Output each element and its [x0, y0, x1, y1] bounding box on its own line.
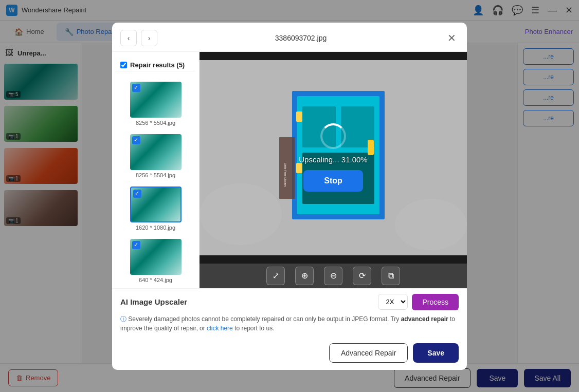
rotate-button[interactable]: ⟳: [353, 267, 371, 285]
item-checkbox-4[interactable]: ✓: [132, 241, 140, 249]
zoom-out-button[interactable]: ⊖: [324, 267, 342, 285]
info-icon: ⓘ: [120, 315, 126, 323]
upscaling-overlay: Upscaling... 31.00% Stop: [200, 52, 467, 264]
ai-label: AI Image Upscaler: [120, 297, 187, 306]
stop-button[interactable]: Stop: [303, 170, 363, 192]
repair-results-header: Repair results (5): [116, 57, 195, 71]
list-item[interactable]: ✓ 640 * 424.jpg: [116, 239, 195, 283]
list-item[interactable]: ✓ 1620 * 1080.jpg: [116, 186, 195, 231]
zoom-in-icon: ⊕: [301, 271, 308, 281]
advanced-repair-button[interactable]: Advanced Repair: [329, 343, 408, 363]
rotate-icon: ⟳: [359, 271, 366, 281]
modal-preview: Little Free Library Upscaling... 31.00% …: [200, 52, 467, 288]
item-checkbox-2[interactable]: ✓: [132, 136, 140, 144]
info-row: ⓘ Severely damaged photos cannot be comp…: [120, 314, 459, 333]
modal-dialog: ‹ › 3386093702.jpg ✕ Repair results (5): [112, 23, 467, 370]
repair-results-label: Repair results (5): [130, 61, 185, 69]
zoom-out-icon: ⊖: [330, 271, 337, 281]
info-link[interactable]: click here: [207, 325, 233, 332]
modal-overlay: ‹ › 3386093702.jpg ✕ Repair results (5): [0, 0, 579, 392]
item-size-1: 8256 * 5504.jpg: [136, 120, 175, 126]
item-size-4: 640 * 424.jpg: [139, 277, 172, 283]
item-checkbox-1[interactable]: ✓: [132, 84, 140, 92]
modal-body: Repair results (5) ✓ 8256 * 5504.jpg: [112, 52, 467, 288]
info-text: Severely damaged photos cannot be comple…: [128, 315, 401, 323]
modal-nav: ‹ ›: [120, 30, 157, 46]
scale-select[interactable]: 2X 4X: [378, 294, 408, 310]
upscaling-text: Upscaling... 31.00%: [299, 155, 367, 164]
preview-toolbar: ⤢ ⊕ ⊖ ⟳ ⧉: [200, 264, 467, 288]
modal-close-button[interactable]: ✕: [444, 31, 459, 45]
loading-spinner: [320, 123, 346, 149]
expand-icon: ⤢: [273, 271, 279, 281]
modal-footer: AI Image Upscaler 2X 4X Process ⓘ Severe…: [112, 288, 467, 338]
modal-filename: 3386093702.jpg: [275, 34, 327, 42]
modal-bottom-buttons: Advanced Repair Save: [112, 338, 467, 370]
repair-results-list: Repair results (5) ✓ 8256 * 5504.jpg: [112, 52, 200, 288]
zoom-in-button[interactable]: ⊕: [295, 267, 314, 285]
item-checkbox-3[interactable]: ✓: [133, 190, 141, 198]
select-all-checkbox[interactable]: [120, 62, 127, 68]
modal-next-button[interactable]: ›: [141, 30, 157, 46]
upscaler-controls: 2X 4X Process: [378, 294, 459, 310]
modal-header: ‹ › 3386093702.jpg ✕: [112, 23, 467, 52]
process-button[interactable]: Process: [412, 294, 459, 310]
item-size-2: 8256 * 5504.jpg: [136, 172, 175, 178]
ai-upscaler-row: AI Image Upscaler 2X 4X Process: [120, 294, 459, 310]
copy-icon: ⧉: [388, 271, 394, 281]
list-item[interactable]: ✓ 8256 * 5504.jpg: [116, 82, 195, 126]
copy-button[interactable]: ⧉: [382, 267, 400, 285]
item-size-3: 1620 * 1080.jpg: [136, 225, 175, 231]
modal-prev-button[interactable]: ‹: [120, 30, 137, 46]
modal-save-button[interactable]: Save: [413, 343, 459, 363]
info-text3: to report to us.: [233, 325, 275, 332]
preview-image-container: Little Free Library Upscaling... 31.00% …: [200, 52, 467, 264]
list-item[interactable]: ✓ 8256 * 5504.jpg: [116, 134, 195, 178]
info-bold: advanced repair: [401, 315, 448, 323]
expand-button[interactable]: ⤢: [266, 267, 285, 285]
app-window: W Wondershare Repairit 👤 🎧 💬 ☰ — ✕ 🏠 Hom…: [0, 0, 579, 392]
